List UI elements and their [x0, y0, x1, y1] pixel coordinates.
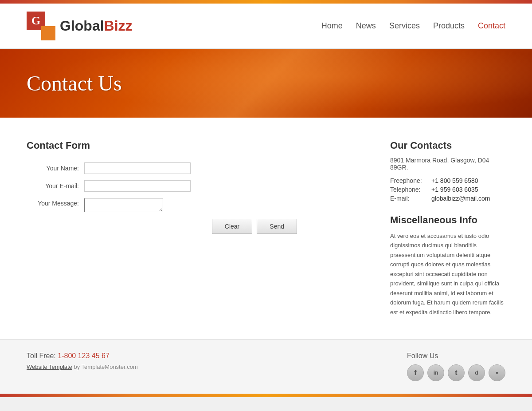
site-header: G GlobalBizz Home News Services Products… [0, 4, 532, 49]
name-row: Your Name: [27, 162, 364, 174]
name-label: Your Name: [27, 165, 84, 172]
hero-title: Contact Us [27, 71, 505, 95]
logo-box-secondary [41, 26, 55, 40]
social-facebook[interactable]: f [407, 364, 424, 381]
toll-free-label: Toll Free: [27, 352, 56, 360]
misc-section: Miscellaneous Info At vero eos et accusa… [390, 214, 505, 317]
form-buttons: Clear Send [27, 219, 297, 234]
contacts-section: Our Contacts 8901 Marmora Road, Glasgow,… [390, 140, 505, 317]
hero-banner: Contact Us [0, 49, 532, 118]
send-button[interactable]: Send [257, 219, 297, 234]
email-row: Your E-mail: [27, 180, 364, 192]
email-row-info: E-mail: globalbizz@mail.com [390, 195, 505, 202]
contact-address: 8901 Marmora Road, Glasgow, D04 89GR. [390, 157, 505, 171]
site-footer: Toll Free: 1-800 123 45 67 Website Templ… [0, 339, 532, 394]
misc-heading: Miscellaneous Info [390, 214, 505, 226]
bottom-accent-bar [0, 394, 532, 397]
main-nav: Home News Services Products Contact [321, 21, 505, 31]
social-linkedin[interactable]: in [427, 364, 444, 381]
logo-brand-bizz: Bizz [104, 18, 133, 34]
message-label: Your Message: [27, 198, 84, 207]
top-accent-bar [0, 0, 532, 4]
nav-home[interactable]: Home [321, 21, 343, 31]
footer-right: Follow Us f in t d ● [407, 352, 505, 381]
logo-text: GlobalBizz [60, 18, 133, 34]
freephone-label: Freephone: [390, 177, 428, 184]
telephone-label: Telephone: [390, 186, 428, 193]
message-textarea[interactable] [84, 198, 163, 212]
email-info-value[interactable]: globalbizz@mail.com [431, 195, 490, 202]
telephone-row: Telephone: +1 959 603 6035 [390, 186, 505, 193]
contact-form-heading: Contact Form [27, 140, 364, 151]
main-content: Contact Form Your Name: Your E-mail: You… [0, 118, 532, 339]
email-info-label: E-mail: [390, 195, 428, 202]
nav-news[interactable]: News [356, 21, 376, 31]
email-label: Your E-mail: [27, 182, 84, 190]
telephone-value: +1 959 603 6035 [431, 186, 478, 193]
social-feed[interactable]: ● [489, 364, 505, 381]
email-input[interactable] [84, 180, 191, 192]
toll-free: Toll Free: 1-800 123 45 67 [27, 352, 138, 360]
template-credit-suffix: by TemplateMonster.com [72, 364, 138, 370]
our-contacts-heading: Our Contacts [390, 140, 505, 151]
freephone-row: Freephone: +1 800 559 6580 [390, 177, 505, 184]
nav-products[interactable]: Products [433, 21, 465, 31]
name-input[interactable] [84, 162, 191, 174]
misc-text: At vero eos et accusamus et iusto odio d… [390, 231, 505, 317]
nav-services[interactable]: Services [389, 21, 420, 31]
clear-button[interactable]: Clear [212, 219, 252, 234]
message-row: Your Message: [27, 198, 364, 212]
follow-us-label: Follow Us [407, 352, 505, 360]
social-twitter[interactable]: t [448, 364, 465, 381]
contact-form-section: Contact Form Your Name: Your E-mail: You… [27, 140, 364, 317]
freephone-value: +1 800 559 6580 [431, 177, 478, 184]
logo-letter: G [31, 14, 40, 28]
toll-free-number[interactable]: 1-800 123 45 67 [58, 352, 110, 360]
template-credit: Website Template by TemplateMonster.com [27, 364, 138, 370]
social-delicious[interactable]: d [468, 364, 485, 381]
nav-contact[interactable]: Contact [478, 21, 505, 31]
template-credit-link[interactable]: Website Template [27, 364, 72, 370]
logo-area: G GlobalBizz [27, 12, 133, 40]
logo-brand-global: Global [60, 18, 104, 34]
social-icons: f in t d ● [407, 364, 505, 381]
footer-left: Toll Free: 1-800 123 45 67 Website Templ… [27, 352, 138, 370]
logo-icon: G [27, 12, 55, 40]
